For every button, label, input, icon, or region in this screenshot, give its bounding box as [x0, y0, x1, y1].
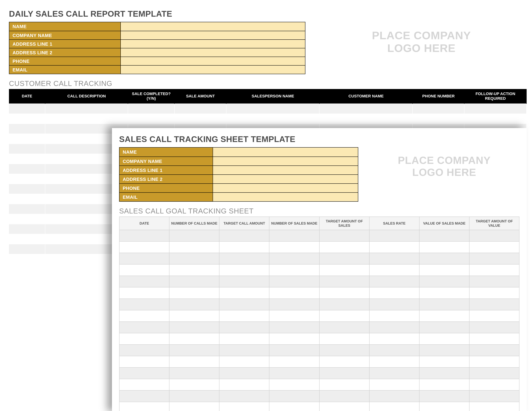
table-cell[interactable]: [469, 379, 519, 390]
table-cell[interactable]: [219, 241, 269, 253]
table-cell[interactable]: [319, 230, 369, 241]
table-cell[interactable]: [419, 264, 469, 276]
table-cell[interactable]: [419, 241, 469, 253]
table-cell[interactable]: [169, 356, 219, 367]
table-cell[interactable]: [419, 379, 469, 390]
table-cell[interactable]: [9, 124, 45, 134]
table-cell[interactable]: [319, 333, 369, 345]
table-cell[interactable]: [119, 287, 169, 299]
info-value[interactable]: [213, 193, 358, 201]
table-cell[interactable]: [269, 379, 319, 390]
table-cell[interactable]: [419, 230, 469, 241]
table-cell[interactable]: [269, 287, 319, 299]
table-cell[interactable]: [9, 224, 45, 234]
table-cell[interactable]: [269, 299, 319, 310]
table-cell[interactable]: [9, 144, 45, 154]
table-cell[interactable]: [413, 104, 464, 114]
table-cell[interactable]: [269, 390, 319, 402]
table-cell[interactable]: [469, 287, 519, 299]
table-cell[interactable]: [169, 402, 219, 411]
table-cell[interactable]: [269, 345, 319, 356]
table-cell[interactable]: [169, 264, 219, 276]
table-cell[interactable]: [45, 114, 128, 124]
table-cell[interactable]: [169, 379, 219, 390]
table-cell[interactable]: [369, 367, 419, 379]
table-cell[interactable]: [269, 402, 319, 411]
table-cell[interactable]: [119, 322, 169, 333]
table-cell[interactable]: [219, 402, 269, 411]
table-cell[interactable]: [369, 390, 419, 402]
info-value[interactable]: [213, 184, 358, 192]
table-cell[interactable]: [169, 299, 219, 310]
table-cell[interactable]: [119, 345, 169, 356]
table-cell[interactable]: [369, 379, 419, 390]
table-cell[interactable]: [9, 244, 45, 254]
table-cell[interactable]: [419, 402, 469, 411]
table-cell[interactable]: [319, 241, 369, 253]
table-cell[interactable]: [169, 230, 219, 241]
table-cell[interactable]: [469, 299, 519, 310]
table-cell[interactable]: [319, 390, 369, 402]
table-cell[interactable]: [319, 402, 369, 411]
table-cell[interactable]: [9, 154, 45, 164]
table-cell[interactable]: [469, 345, 519, 356]
table-cell[interactable]: [119, 333, 169, 345]
table-cell[interactable]: [119, 379, 169, 390]
table-cell[interactable]: [319, 299, 369, 310]
table-cell[interactable]: [319, 322, 369, 333]
table-cell[interactable]: [45, 104, 128, 114]
table-cell[interactable]: [169, 390, 219, 402]
table-cell[interactable]: [469, 310, 519, 322]
table-cell[interactable]: [319, 356, 369, 367]
table-cell[interactable]: [169, 345, 219, 356]
table-cell[interactable]: [319, 345, 369, 356]
table-cell[interactable]: [413, 114, 464, 124]
table-cell[interactable]: [9, 214, 45, 224]
table-cell[interactable]: [219, 230, 269, 241]
table-cell[interactable]: [226, 104, 319, 114]
table-cell[interactable]: [419, 253, 469, 264]
table-cell[interactable]: [319, 264, 369, 276]
table-cell[interactable]: [174, 114, 226, 124]
table-cell[interactable]: [219, 345, 269, 356]
table-cell[interactable]: [169, 333, 219, 345]
table-cell[interactable]: [226, 114, 319, 124]
table-cell[interactable]: [9, 194, 45, 204]
table-cell[interactable]: [419, 345, 469, 356]
table-cell[interactable]: [169, 322, 219, 333]
table-cell[interactable]: [469, 367, 519, 379]
table-cell[interactable]: [119, 367, 169, 379]
table-cell[interactable]: [119, 390, 169, 402]
table-cell[interactable]: [419, 322, 469, 333]
info-value[interactable]: [120, 65, 305, 74]
table-cell[interactable]: [119, 356, 169, 367]
table-cell[interactable]: [269, 241, 319, 253]
table-cell[interactable]: [469, 276, 519, 287]
table-cell[interactable]: [369, 241, 419, 253]
table-cell[interactable]: [419, 287, 469, 299]
table-cell[interactable]: [369, 402, 419, 411]
table-cell[interactable]: [269, 253, 319, 264]
table-cell[interactable]: [369, 287, 419, 299]
table-cell[interactable]: [369, 264, 419, 276]
table-cell[interactable]: [469, 333, 519, 345]
table-cell[interactable]: [469, 264, 519, 276]
table-cell[interactable]: [269, 264, 319, 276]
info-value[interactable]: [213, 157, 358, 166]
table-cell[interactable]: [369, 322, 419, 333]
table-cell[interactable]: [419, 299, 469, 310]
table-cell[interactable]: [219, 356, 269, 367]
table-cell[interactable]: [319, 114, 413, 124]
table-cell[interactable]: [369, 333, 419, 345]
table-cell[interactable]: [469, 230, 519, 241]
table-cell[interactable]: [9, 184, 45, 194]
table-cell[interactable]: [269, 276, 319, 287]
table-cell[interactable]: [119, 310, 169, 322]
table-cell[interactable]: [469, 402, 519, 411]
table-cell[interactable]: [269, 310, 319, 322]
table-cell[interactable]: [219, 264, 269, 276]
table-cell[interactable]: [219, 253, 269, 264]
table-cell[interactable]: [119, 241, 169, 253]
table-cell[interactable]: [219, 367, 269, 379]
table-cell[interactable]: [469, 253, 519, 264]
